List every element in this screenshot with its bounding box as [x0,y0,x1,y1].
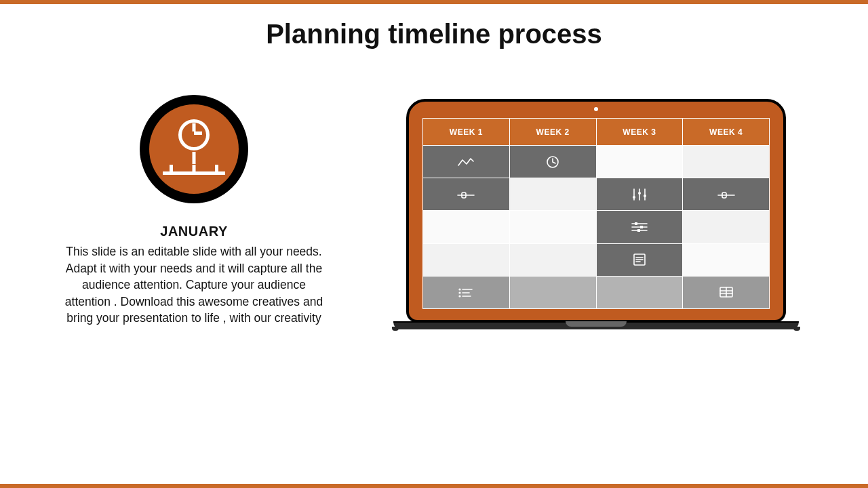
document-icon [632,253,647,264]
page-title: Planning timeline process [0,19,868,49]
empty-cell [683,146,770,178]
list-icon [457,286,475,298]
grid-row [423,211,770,243]
laptop-base [393,321,799,329]
week-header: WEEK 3 [596,119,683,146]
empty-cell [596,146,683,178]
svg-point-8 [644,195,646,197]
list-cell [423,276,510,308]
week-header: WEEK 1 [423,119,510,146]
grid-row [423,243,770,276]
grid-row [423,146,770,178]
grid-row [423,276,770,308]
svg-point-7 [638,192,641,195]
empty-cell [423,243,510,276]
svg-point-25 [459,295,461,297]
svg-point-6 [633,196,635,199]
slider-icon [456,188,475,200]
bars-icon [631,188,648,199]
svg-point-21 [459,288,461,290]
slider-cell [683,178,770,211]
svg-rect-15 [640,226,643,228]
camera-dot-icon [594,107,598,111]
grid-row [423,178,770,211]
laptop-notch [566,321,627,327]
slider-cell [423,178,510,211]
svg-rect-14 [635,222,637,225]
empty-cell [509,243,596,276]
top-accent-bar [0,0,868,4]
clock-icon [545,155,560,167]
laptop-screen: WEEK 1 WEEK 2 WEEK 3 WEEK 4 [422,118,770,309]
bottom-accent-bar [0,484,868,488]
month-badge [140,95,248,203]
line-chart-cell [423,146,510,178]
timeline-clock-icon [149,104,239,194]
empty-cell [509,276,596,308]
bars-cell [596,178,683,211]
empty-cell [509,211,596,243]
empty-cell [423,211,510,243]
laptop-lid: WEEK 1 WEEK 2 WEEK 3 WEEK 4 [406,99,786,323]
month-description: This slide is an editable slide with all… [58,243,330,327]
empty-cell [596,276,683,308]
week-header-row: WEEK 1 WEEK 2 WEEK 3 WEEK 4 [423,119,770,146]
month-panel: JANUARY This slide is an editable slide … [58,95,330,327]
week-header: WEEK 2 [509,119,596,146]
empty-cell [509,178,596,211]
week-header: WEEK 4 [683,119,770,146]
clock-cell [509,146,596,178]
sliders-h-cell [596,211,683,243]
laptop-graphic: WEEK 1 WEEK 2 WEEK 3 WEEK 4 [393,99,799,329]
svg-rect-16 [637,229,640,232]
month-heading: JANUARY [160,224,227,239]
empty-cell [683,211,770,243]
columns-icon [718,286,734,298]
slider-icon [717,188,736,200]
svg-point-23 [459,291,461,293]
week-grid: WEEK 1 WEEK 2 WEEK 3 WEEK 4 [422,118,770,309]
document-cell [596,243,683,276]
empty-cell [683,243,770,276]
line-chart-icon [457,155,475,167]
columns-cell [683,276,770,308]
sliders-h-icon [631,220,648,232]
